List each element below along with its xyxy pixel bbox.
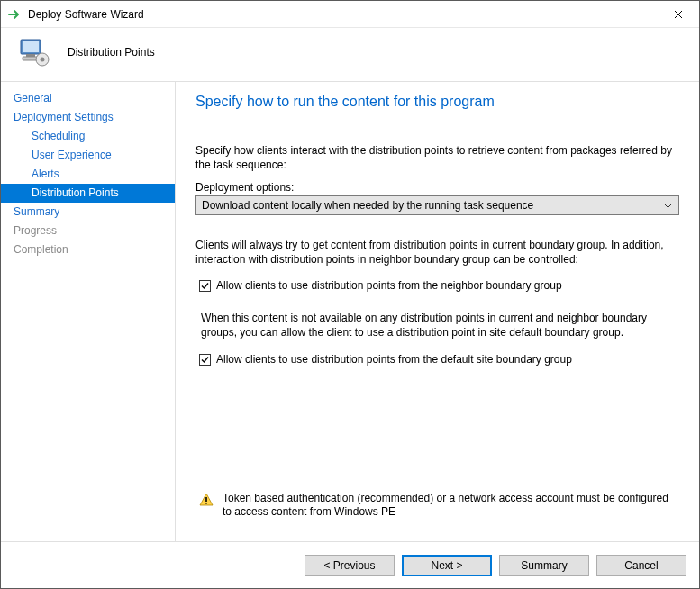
close-button[interactable] bbox=[658, 1, 699, 28]
warning-icon bbox=[199, 493, 214, 507]
svg-rect-6 bbox=[205, 497, 207, 502]
wizard-footer: < Previous Next > Summary Cancel bbox=[1, 541, 699, 588]
checkbox-neighbor-boundary[interactable]: Allow clients to use distribution points… bbox=[199, 279, 679, 292]
wizard-arrow-icon bbox=[8, 7, 23, 22]
svg-point-5 bbox=[41, 58, 45, 62]
sidebar-item-user-experience[interactable]: User Experience bbox=[1, 146, 175, 165]
description-text-2: Clients will always try to get content f… bbox=[195, 239, 679, 267]
warning-row: Token based authentication (recommended)… bbox=[195, 492, 679, 520]
sidebar-item-scheduling[interactable]: Scheduling bbox=[1, 127, 175, 146]
main-panel: Specify how to run the content for this … bbox=[176, 82, 699, 541]
description-text-3: When this content is not available on an… bbox=[195, 312, 679, 340]
next-button[interactable]: Next > bbox=[402, 555, 492, 576]
sidebar-item-alerts[interactable]: Alerts bbox=[1, 165, 175, 184]
window-title: Deploy Software Wizard bbox=[28, 8, 658, 21]
page-heading: Specify how to run the content for this … bbox=[195, 94, 679, 110]
dropdown-value: Download content locally when needed by … bbox=[202, 199, 660, 212]
sidebar-item-distribution-points[interactable]: Distribution Points bbox=[1, 184, 175, 203]
svg-rect-7 bbox=[205, 503, 207, 504]
checkbox-label: Allow clients to use distribution points… bbox=[216, 279, 562, 292]
checkbox-default-site-boundary[interactable]: Allow clients to use distribution points… bbox=[199, 353, 679, 366]
wizard-sidebar: GeneralDeployment SettingsSchedulingUser… bbox=[1, 82, 176, 541]
sidebar-item-progress: Progress bbox=[1, 222, 175, 240]
warning-text: Token based authentication (recommended)… bbox=[223, 492, 679, 520]
sidebar-item-summary[interactable]: Summary bbox=[1, 203, 175, 222]
content-area: GeneralDeployment SettingsSchedulingUser… bbox=[1, 82, 699, 541]
description-text-1: Specify how clients interact with the di… bbox=[195, 144, 679, 172]
summary-button[interactable]: Summary bbox=[499, 555, 589, 576]
svg-rect-1 bbox=[23, 41, 39, 52]
previous-button[interactable]: < Previous bbox=[305, 555, 395, 576]
page-subtitle: Distribution Points bbox=[68, 46, 155, 59]
computer-dp-icon bbox=[15, 34, 51, 70]
checkbox-label: Allow clients to use distribution points… bbox=[216, 353, 572, 366]
wizard-header: Distribution Points bbox=[1, 28, 699, 82]
sidebar-item-general[interactable]: General bbox=[1, 89, 175, 108]
dropdown-label: Deployment options: bbox=[195, 181, 679, 194]
cancel-button[interactable]: Cancel bbox=[596, 555, 686, 576]
deployment-options-dropdown[interactable]: Download content locally when needed by … bbox=[195, 195, 679, 215]
checkbox-icon bbox=[199, 354, 211, 366]
titlebar: Deploy Software Wizard bbox=[1, 1, 699, 28]
chevron-down-icon bbox=[660, 201, 675, 211]
checkbox-icon bbox=[199, 280, 211, 292]
sidebar-item-deployment-settings[interactable]: Deployment Settings bbox=[1, 108, 175, 127]
sidebar-item-completion: Completion bbox=[1, 240, 175, 259]
wizard-window: Deploy Software Wizard Distribution Poin… bbox=[0, 0, 700, 589]
